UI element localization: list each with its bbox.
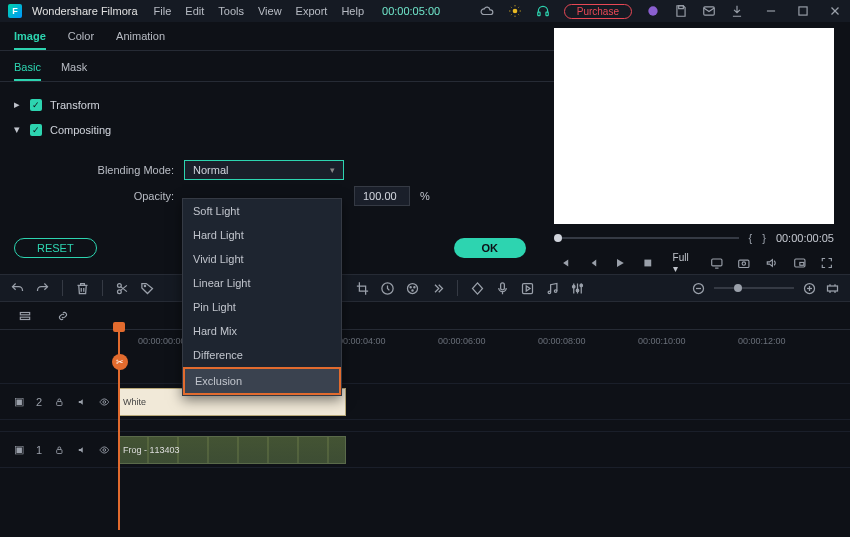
svg-point-28	[554, 289, 557, 292]
tab-basic[interactable]: Basic	[14, 61, 41, 81]
headphones-icon[interactable]	[536, 4, 550, 18]
maximize-icon[interactable]	[796, 4, 810, 18]
snapshot-icon[interactable]	[737, 256, 751, 270]
compositing-expand-icon[interactable]: ▾	[14, 123, 22, 136]
svg-point-46	[103, 448, 106, 451]
tab-animation[interactable]: Animation	[116, 30, 165, 50]
audio-icon[interactable]	[520, 281, 535, 296]
track-2-lock-icon[interactable]	[54, 395, 65, 409]
mic-icon[interactable]	[495, 281, 510, 296]
playhead-scissors-icon[interactable]: ✂	[112, 354, 128, 370]
zoom-out-icon[interactable]	[691, 281, 706, 296]
link-icon[interactable]	[56, 309, 70, 323]
svg-point-19	[144, 285, 145, 286]
compositing-checkbox[interactable]: ✓	[30, 124, 42, 136]
blend-option-hard-light[interactable]: Hard Light	[183, 223, 341, 247]
close-icon[interactable]	[828, 4, 842, 18]
track-2-visibility-icon[interactable]	[99, 395, 110, 409]
svg-rect-4	[679, 6, 684, 9]
transform-expand-icon[interactable]: ▸	[14, 98, 22, 111]
sub-tabs: Basic Mask	[0, 51, 554, 82]
mark-out-icon[interactable]: }	[762, 232, 766, 244]
blend-option-linear-light[interactable]: Linear Light	[183, 271, 341, 295]
color-icon[interactable]	[405, 281, 420, 296]
zoom-slider[interactable]	[714, 287, 794, 289]
svg-point-3	[648, 6, 657, 15]
track-manage-icon[interactable]	[18, 309, 32, 323]
download-icon[interactable]	[730, 4, 744, 18]
zoom-in-icon[interactable]	[802, 281, 817, 296]
delete-icon[interactable]	[75, 281, 90, 296]
cloud-icon[interactable]	[480, 4, 494, 18]
blend-option-pin-light[interactable]: Pin Light	[183, 295, 341, 319]
track-1-lock-icon[interactable]	[54, 443, 65, 457]
blend-option-hard-mix[interactable]: Hard Mix	[183, 319, 341, 343]
purchase-button[interactable]: Purchase	[564, 4, 632, 19]
lightbulb-icon[interactable]	[508, 4, 522, 18]
tab-image[interactable]: Image	[14, 30, 46, 50]
svg-rect-13	[739, 260, 749, 267]
redo-icon[interactable]	[35, 281, 50, 296]
tab-color[interactable]: Color	[68, 30, 94, 50]
svg-rect-7	[799, 7, 807, 15]
crop-icon[interactable]	[355, 281, 370, 296]
split-icon[interactable]	[115, 281, 130, 296]
blend-option-difference[interactable]: Difference	[183, 343, 341, 367]
stop-icon[interactable]	[641, 256, 655, 270]
fullscreen-icon[interactable]	[820, 256, 834, 270]
minimize-icon[interactable]	[764, 4, 778, 18]
svg-rect-40	[828, 286, 838, 291]
play-icon[interactable]	[613, 256, 627, 270]
zoom-fit-icon[interactable]	[825, 281, 840, 296]
blend-option-soft-light[interactable]: Soft Light	[183, 199, 341, 223]
display-icon[interactable]	[710, 256, 724, 270]
reset-button[interactable]: RESET	[14, 238, 97, 258]
expand-icon[interactable]	[430, 281, 445, 296]
svg-point-14	[743, 262, 746, 265]
clip-frog[interactable]: Frog - 113403	[118, 436, 346, 464]
prev-frame-icon[interactable]	[558, 256, 572, 270]
menu-view[interactable]: View	[258, 5, 282, 17]
menu-help[interactable]: Help	[341, 5, 364, 17]
quality-select[interactable]: Full ▾	[673, 252, 696, 274]
opacity-input[interactable]: 100.00	[354, 186, 410, 206]
blending-mode-dropdown: Soft Light Hard Light Vivid Light Linear…	[182, 198, 342, 396]
track-1-mute-icon[interactable]	[77, 443, 88, 457]
svg-point-33	[576, 289, 579, 292]
menu-tools[interactable]: Tools	[218, 5, 244, 17]
message-icon[interactable]	[702, 4, 716, 18]
speed-icon[interactable]	[380, 281, 395, 296]
track-1-visibility-icon[interactable]	[99, 443, 110, 457]
blend-option-exclusion[interactable]: Exclusion	[183, 367, 341, 395]
undo-icon[interactable]	[10, 281, 25, 296]
tag-icon[interactable]	[140, 281, 155, 296]
menu-export[interactable]: Export	[296, 5, 328, 17]
track-1-label: 1	[36, 444, 42, 456]
track-video-2-icon: ▣	[14, 395, 24, 408]
profile-icon[interactable]	[646, 4, 660, 18]
preview-canvas[interactable]	[554, 28, 834, 224]
transform-checkbox[interactable]: ✓	[30, 99, 42, 111]
tab-mask[interactable]: Mask	[61, 61, 87, 81]
preview-scrubber[interactable]	[554, 237, 739, 239]
mixer-icon[interactable]	[570, 281, 585, 296]
blending-mode-label: Blending Mode:	[84, 164, 174, 176]
svg-point-21	[408, 283, 418, 293]
blend-option-vivid-light[interactable]: Vivid Light	[183, 247, 341, 271]
menu-file[interactable]: File	[154, 5, 172, 17]
keyframe-icon[interactable]	[470, 281, 485, 296]
track-2-mute-icon[interactable]	[77, 395, 88, 409]
step-back-icon[interactable]	[586, 256, 600, 270]
main-menu: File Edit Tools View Export Help	[154, 5, 364, 17]
blending-mode-select[interactable]: Normal	[184, 160, 344, 180]
svg-point-23	[414, 286, 415, 287]
ok-button[interactable]: OK	[454, 238, 527, 258]
music-icon[interactable]	[545, 281, 560, 296]
menu-edit[interactable]: Edit	[185, 5, 204, 17]
mark-in-icon[interactable]: {	[749, 232, 753, 244]
app-title: Wondershare Filmora	[32, 5, 138, 17]
pip-icon[interactable]	[793, 256, 807, 270]
save-icon[interactable]	[674, 4, 688, 18]
opacity-unit: %	[420, 190, 430, 202]
volume-icon[interactable]	[765, 256, 779, 270]
